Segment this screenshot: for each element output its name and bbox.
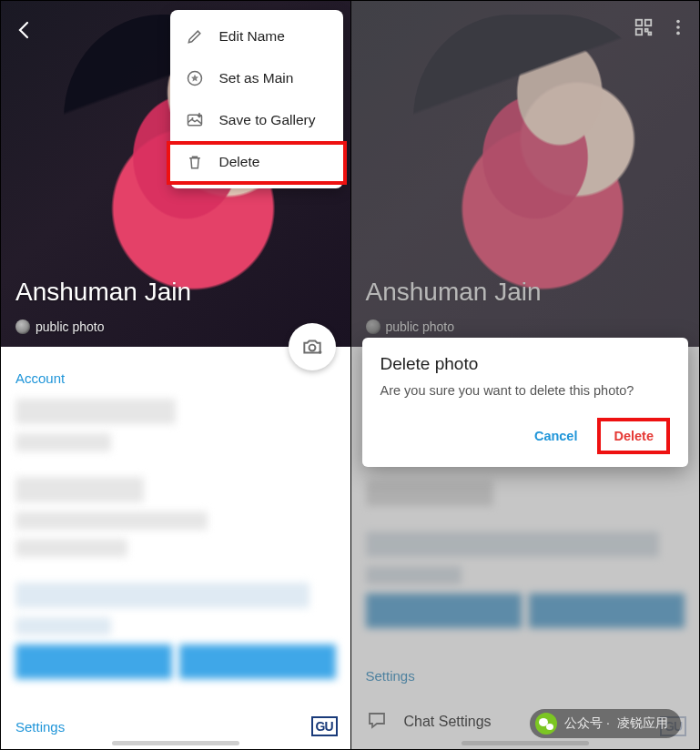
redacted-button [15,644,172,679]
redacted-row [15,399,176,424]
trash-icon [185,152,205,172]
watermark-logo: GU [311,716,338,736]
menu-item-label: Set as Main [219,70,294,86]
gesture-bar [112,741,239,745]
source-attribution: 公众号 · 凌锐应用 [530,709,681,738]
pencil-icon [185,26,205,46]
dialog-message: Are you sure you want to delete this pho… [380,383,671,398]
star-circle-icon [185,68,205,88]
svg-point-5 [191,117,193,119]
chat-settings-row[interactable]: Chat Settings [15,747,336,749]
delete-button[interactable]: Delete [597,418,670,454]
menu-item-label: Save to Gallery [219,112,316,128]
section-title-settings: Settings [15,719,336,735]
wechat-icon [535,713,557,735]
redacted-button [179,644,336,679]
redacted-row [15,433,111,451]
menu-item-delete[interactable]: Delete [170,141,343,183]
profile-name: Anshuman Jain [15,278,191,307]
redacted-row [15,539,127,557]
menu-item-save-gallery[interactable]: Save to Gallery [170,99,343,141]
svg-point-0 [309,345,315,351]
back-arrow-icon[interactable] [14,19,36,45]
globe-icon [15,319,30,334]
profile-body: Account Settings Chat Settings [1,347,350,749]
change-photo-fab[interactable] [289,323,336,370]
menu-item-label: Edit Name [219,28,285,45]
image-download-icon [185,110,205,130]
redacted-button-row [15,644,336,679]
menu-item-set-main[interactable]: Set as Main [170,57,343,99]
cancel-button[interactable]: Cancel [522,418,591,454]
redacted-row [15,512,208,530]
menu-item-label: Delete [219,154,260,170]
delete-photo-dialog: Delete photo Are you sure you want to de… [362,338,689,467]
attribution-name: 凌锐应用 [617,715,668,732]
dialog-title: Delete photo [380,354,671,374]
redacted-row [15,583,309,608]
redacted-row [15,477,144,502]
menu-item-edit-name[interactable]: Edit Name [170,15,343,57]
section-title-account: Account [15,370,336,386]
screenshot-right-delete-dialog: Anshuman Jain public photo Account Setti… [350,1,700,749]
attribution-prefix: 公众号 · [564,715,610,732]
redacted-row [15,617,111,635]
photo-visibility-label: public photo [36,319,105,334]
photo-options-menu: Edit Name Set as Main Save to Gallery De… [170,10,343,188]
photo-visibility: public photo [15,319,105,334]
screenshot-left-profile-menu: Anshuman Jain public photo Edit Name [1,1,350,749]
